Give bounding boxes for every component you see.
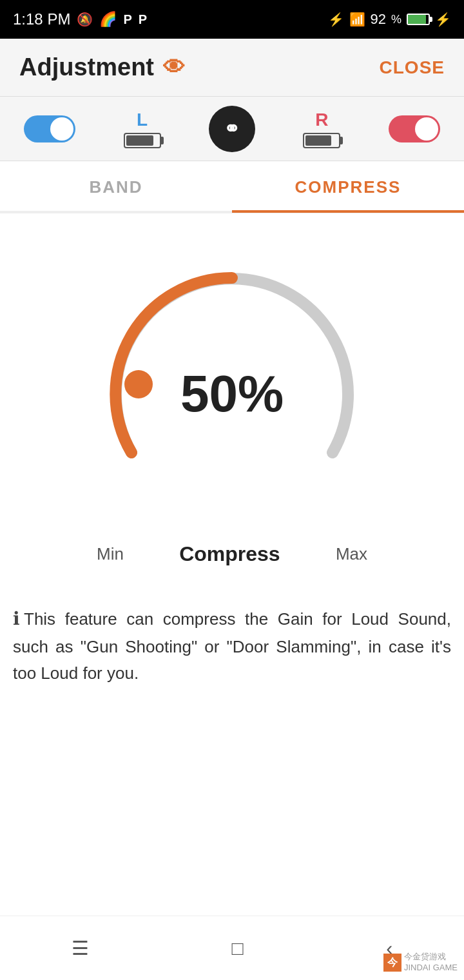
status-bar-left: 1:18 PM 🔕 🌈 P P (13, 10, 147, 28)
right-battery-fill (305, 135, 331, 146)
home-button[interactable]: □ (212, 931, 262, 966)
tab-band-label: BAND (89, 177, 142, 197)
signal-icon: 📶 (349, 12, 365, 27)
tab-compress[interactable]: COMPRESS (232, 161, 464, 213)
watermark: 今 今金贷游戏JINDAI GAME (383, 952, 458, 974)
left-battery-fill (126, 135, 154, 146)
right-battery (303, 133, 340, 148)
mute-icon: 🔕 (77, 12, 93, 27)
dial-min-label: Min (97, 544, 124, 564)
dial-value: 50% (180, 368, 284, 420)
tab-band[interactable]: BAND (0, 161, 232, 213)
title-text: Adjustment (19, 54, 154, 81)
left-battery (124, 133, 161, 148)
halo-icon: 🌈 (99, 11, 117, 28)
tabs-row: BAND COMPRESS (0, 161, 464, 213)
battery-percent-sign: % (391, 13, 401, 26)
main-content: 50% Min Compress Max ℹThis feature can c… (0, 213, 464, 713)
dial-max-label: Max (336, 544, 367, 564)
info-icon: ℹ (13, 609, 20, 629)
battery-fill (408, 15, 426, 24)
status-bar: 1:18 PM 🔕 🌈 P P ⚡ 📶 92 % ⚡ (0, 0, 464, 39)
close-button[interactable]: CLOSE (380, 57, 445, 78)
eye-icon: 👁 (163, 55, 185, 80)
right-toggle-knob (415, 117, 438, 141)
left-label: L (137, 110, 148, 130)
header: Adjustment 👁 CLOSE (0, 39, 464, 97)
p-icon-2: P (139, 12, 147, 27)
tab-compress-label: COMPRESS (295, 177, 401, 197)
time-display: 1:18 PM (13, 10, 70, 28)
link-icon: ⚭ (224, 117, 240, 140)
dial-labels: Min Compress Max (90, 542, 374, 566)
right-label: R (315, 110, 328, 130)
compress-dial[interactable]: 50% (90, 252, 374, 536)
watermark-text: 今金贷游戏JINDAI GAME (404, 952, 458, 974)
left-toggle-switch[interactable] (24, 115, 75, 142)
info-text: This feature can compress the Gain for L… (13, 609, 451, 683)
dial-indicator-dot (124, 370, 153, 398)
left-toggle-knob (50, 117, 73, 141)
status-bar-right: ⚡ 📶 92 % ⚡ (328, 11, 452, 28)
battery-percent: 92 (371, 11, 386, 28)
device-row: L ⚭ R (0, 97, 464, 161)
bluetooth-icon: ⚡ (328, 12, 344, 27)
link-button[interactable]: ⚭ (209, 106, 255, 152)
battery-icon (407, 14, 430, 25)
right-device-info: R (303, 110, 340, 148)
dial-center-label: Compress (179, 542, 280, 566)
charging-icon: ⚡ (435, 12, 451, 27)
left-device-info: L (124, 110, 161, 148)
menu-button[interactable]: ☰ (52, 930, 108, 966)
info-box: ℹThis feature can compress the Gain for … (13, 605, 451, 687)
dial-center: 50% (180, 368, 284, 420)
p-icon-1: P (123, 12, 131, 27)
watermark-icon: 今 (383, 954, 401, 972)
left-toggle-container (24, 115, 75, 142)
header-title: Adjustment 👁 (19, 54, 185, 81)
right-toggle-switch[interactable] (389, 115, 440, 142)
